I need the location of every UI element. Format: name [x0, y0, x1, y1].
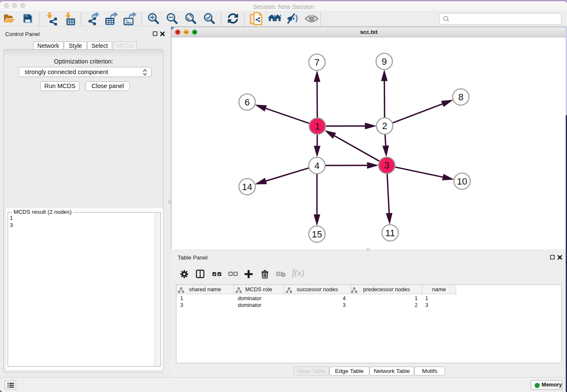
svg-text:4: 4 [314, 160, 319, 171]
svg-text:10: 10 [457, 176, 467, 187]
svg-text:14: 14 [242, 182, 252, 192]
svg-text:8: 8 [458, 92, 463, 102]
svg-text:11: 11 [385, 228, 395, 238]
svg-text:7: 7 [314, 57, 319, 68]
svg-text:15: 15 [312, 229, 322, 240]
svg-text:3: 3 [384, 160, 389, 171]
svg-text:1: 1 [315, 121, 320, 132]
svg-text:9: 9 [382, 56, 387, 67]
svg-text:2: 2 [382, 121, 387, 131]
svg-text:6: 6 [245, 97, 250, 108]
